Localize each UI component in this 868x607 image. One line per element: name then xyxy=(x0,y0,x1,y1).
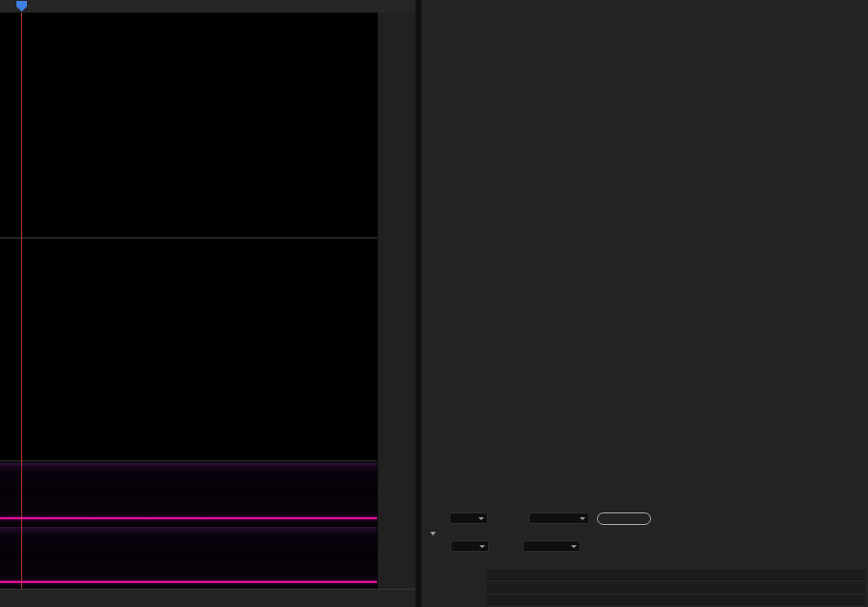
waveform-channel-2[interactable] xyxy=(0,240,377,460)
audition-app xyxy=(0,0,868,607)
table-row xyxy=(487,582,865,593)
marker-pin-icon[interactable] xyxy=(395,1,407,12)
waveform-channel-1[interactable] xyxy=(0,13,377,237)
timeline-ruler[interactable] xyxy=(0,0,415,14)
fft-size-dropdown[interactable] xyxy=(450,540,489,552)
playhead-line xyxy=(21,13,22,589)
advanced-expander-icon[interactable] xyxy=(430,532,436,536)
ruler-ticks xyxy=(378,13,415,589)
chevron-down-icon xyxy=(580,517,585,520)
timeline-ticks xyxy=(0,0,415,13)
table-row xyxy=(487,569,865,580)
display-dropdown[interactable] xyxy=(449,512,488,524)
spectral-1k-line xyxy=(0,517,377,519)
window-dropdown[interactable] xyxy=(523,540,581,552)
chevron-down-icon xyxy=(571,545,577,548)
spectral-display-channel-1[interactable] xyxy=(0,463,377,525)
frequency-axis-ruler xyxy=(428,484,843,501)
vertical-ruler-column[interactable] xyxy=(377,13,416,589)
waveform-editor-panel xyxy=(0,0,415,607)
frequency-analysis-plot[interactable] xyxy=(428,7,843,484)
zoom-toolbar xyxy=(0,589,415,607)
spectral-display-channel-2[interactable] xyxy=(0,527,377,589)
spectral-1k-line xyxy=(0,581,377,583)
chevron-down-icon xyxy=(479,545,485,548)
chevron-down-icon xyxy=(478,517,484,520)
top-channel-dropdown[interactable] xyxy=(529,512,589,524)
frequency-analysis-panel xyxy=(421,0,868,607)
db-axis-ruler xyxy=(843,7,868,484)
table-row xyxy=(487,594,865,605)
stopwatch-icon[interactable] xyxy=(381,1,393,12)
scan-button[interactable] xyxy=(597,512,651,525)
